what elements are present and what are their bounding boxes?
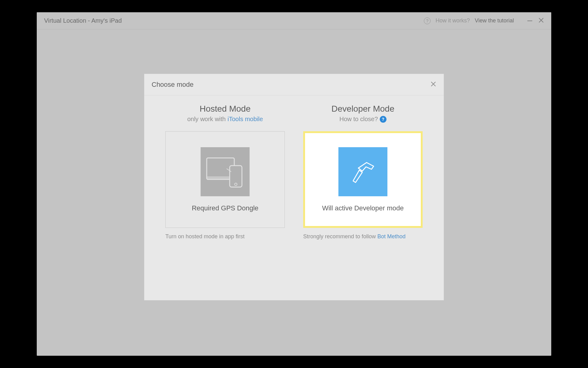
hosted-footer-text: Turn on hosted mode in app first xyxy=(165,233,244,240)
developer-mode-column: Developer Mode How to close? ? xyxy=(303,104,423,300)
developer-sub-text: How to close? xyxy=(339,116,378,123)
svg-rect-2 xyxy=(230,166,242,187)
hammer-icon xyxy=(338,147,387,196)
developer-mode-heading: Developer Mode xyxy=(331,104,394,114)
itools-mobile-link[interactable]: iTools mobile xyxy=(228,116,263,123)
modal-overlay: Choose mode Hosted Mode only work with i… xyxy=(37,12,551,356)
dialog-title: Choose mode xyxy=(152,81,194,89)
dialog-header: Choose mode xyxy=(144,74,444,95)
gps-dongle-icon xyxy=(201,147,250,196)
hosted-mode-card[interactable]: Required GPS Dongle xyxy=(165,131,285,228)
choose-mode-dialog: Choose mode Hosted Mode only work with i… xyxy=(144,74,444,301)
developer-footer-prefix: Strongly recommend to follow xyxy=(303,233,376,240)
dialog-close-button[interactable] xyxy=(430,81,436,88)
developer-mode-card[interactable]: Will active Developer mode xyxy=(303,131,423,228)
developer-card-label: Will active Developer mode xyxy=(322,204,404,212)
hosted-card-label: Required GPS Dongle xyxy=(192,204,258,212)
bot-method-link[interactable]: Bot Method xyxy=(377,233,405,240)
developer-mode-subtext: How to close? ? xyxy=(339,116,386,123)
app-window: Virtual Location - Amy's iPad ? How it w… xyxy=(37,12,551,356)
hosted-mode-column: Hosted Mode only work with iTools mobile xyxy=(165,104,285,300)
hosted-mode-subtext: only work with iTools mobile xyxy=(187,116,263,123)
developer-footer: Strongly recommend to follow Bot Method xyxy=(303,233,405,240)
info-icon[interactable]: ? xyxy=(380,116,386,123)
hosted-mode-heading: Hosted Mode xyxy=(200,104,251,114)
dialog-body: Hosted Mode only work with iTools mobile xyxy=(144,95,444,300)
hosted-sub-prefix: only work with xyxy=(187,116,226,123)
